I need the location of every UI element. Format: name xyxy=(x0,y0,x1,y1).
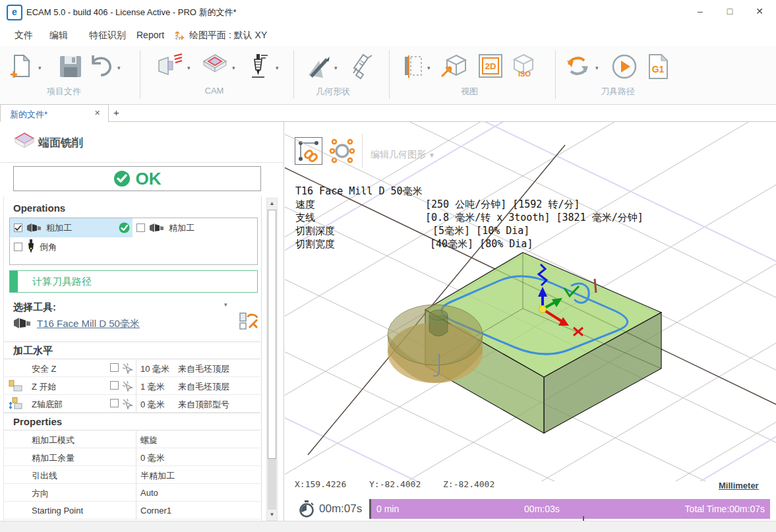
save-button[interactable] xyxy=(58,53,87,86)
scrollbar-track[interactable] xyxy=(268,459,276,510)
property-row[interactable]: 粗加工模式 螺旋 xyxy=(3,430,260,448)
panel-scrollbar[interactable]: ▲ ▼ xyxy=(266,198,278,521)
regenerate-toolpath-button[interactable] xyxy=(564,53,593,86)
overlay-value: [40毫米] [80% Dia] xyxy=(430,238,533,251)
operation-label: 倒角 xyxy=(40,241,57,253)
property-row[interactable]: Starting Point Corner1 xyxy=(3,502,260,519)
simulation-progress-bar[interactable]: 0 min 00m:03s Total Time:00m:07s xyxy=(369,499,770,519)
operation-title: 端面铣削 xyxy=(38,135,83,150)
new-tab-button[interactable]: + xyxy=(113,107,119,118)
z-start-checkbox[interactable] xyxy=(110,381,119,390)
column-divider xyxy=(136,359,136,377)
simulate-play-button[interactable] xyxy=(611,53,640,86)
safe-z-checkbox[interactable] xyxy=(110,363,119,372)
progress-start: 0 min xyxy=(376,504,399,514)
new-file-dropdown[interactable]: ▾ xyxy=(38,65,42,71)
regenerate-dropdown[interactable]: ▾ xyxy=(595,65,599,71)
operation-roughing[interactable]: 粗加工 xyxy=(10,218,133,237)
tap-tool-dropdown[interactable]: ▾ xyxy=(276,65,279,71)
maximize-button[interactable]: □ xyxy=(715,0,745,22)
property-value[interactable]: 0 毫米 xyxy=(140,452,165,464)
mill-head-button[interactable] xyxy=(157,53,186,86)
units-link[interactable]: Millimeter xyxy=(719,481,759,490)
level-value[interactable]: 1 毫米 xyxy=(140,381,165,393)
menu-report[interactable]: Report xyxy=(136,30,164,40)
z-bottom-checkbox[interactable] xyxy=(110,399,119,407)
ok-button[interactable]: OK xyxy=(13,166,261,191)
pick-from-view-icon[interactable] xyxy=(122,363,133,374)
overlay-label: 切割深度 xyxy=(295,225,335,237)
level-row-safe-z: 安全 Z 10 毫米 来自毛坯顶层 xyxy=(3,359,260,377)
section-view-dropdown[interactable]: ▾ xyxy=(427,65,431,71)
level-source: 来自毛坯顶层 xyxy=(178,381,229,393)
viewport-3d[interactable] xyxy=(285,122,776,481)
pick-from-view-icon[interactable] xyxy=(122,398,133,409)
operation-panel: 端面铣削 OK Operations 粗加工 精加工 倒角 xyxy=(0,122,284,521)
property-row[interactable]: 精加工余量 0 毫米 xyxy=(3,448,260,466)
tool-selector-link[interactable]: T16 Face Mill D 50毫米 xyxy=(37,318,140,330)
undo-button[interactable] xyxy=(88,53,117,86)
z-bottom-icon xyxy=(9,397,23,410)
overlay-value: [250 公吨/分钟] [1592 转/分] xyxy=(425,198,580,211)
property-label: 精加工余量 xyxy=(32,452,75,464)
zoom-fit-button[interactable] xyxy=(440,53,469,86)
face-mill-dropdown[interactable]: ▾ xyxy=(232,65,235,71)
drawing-plane-label[interactable]: 绘图平面 : 默认 XY xyxy=(189,30,267,42)
face-mill-button[interactable] xyxy=(201,53,230,86)
tab-new-file[interactable]: 新的文件* ✕ xyxy=(0,104,109,122)
finishing-checkbox[interactable] xyxy=(136,223,145,232)
2d-view-button[interactable]: 2D xyxy=(477,53,506,86)
overlay-row: 支线 [0.8 毫米/转 x 3tooth] [3821 毫米/分钟] xyxy=(295,212,315,224)
overlay-label: 速度 xyxy=(295,198,315,210)
new-file-button[interactable] xyxy=(9,53,38,86)
menu-edit[interactable]: 编辑 xyxy=(49,30,68,42)
scroll-up-arrow[interactable]: ▲ xyxy=(267,198,277,209)
tap-tool-button[interactable] xyxy=(245,53,274,86)
mill-tool-icon xyxy=(13,317,32,329)
app-logo-icon: e xyxy=(7,5,22,20)
calculate-toolpath-button[interactable]: 计算刀具路径 xyxy=(9,270,258,293)
property-row[interactable]: 方向 Auto xyxy=(3,484,260,502)
column-divider xyxy=(136,395,136,413)
menu-file[interactable]: 文件 xyxy=(15,30,33,42)
draw-geometry-dropdown[interactable]: ▾ xyxy=(334,65,338,71)
tab-close-icon[interactable]: ✕ xyxy=(94,109,100,117)
tab-label[interactable]: 新的文件* xyxy=(10,109,47,121)
undo-dropdown[interactable]: ▾ xyxy=(117,65,121,71)
section-view-button[interactable] xyxy=(400,53,429,86)
ok-label: OK xyxy=(136,169,162,189)
scrollbar-thumb[interactable] xyxy=(268,210,276,459)
gcode-g1-button[interactable]: G1 xyxy=(646,53,675,86)
chamfer-checkbox[interactable] xyxy=(14,243,22,251)
overlay-row: 切割宽度 [40毫米] [80% Dia] xyxy=(295,238,335,251)
measure-caliper-button[interactable] xyxy=(347,53,376,86)
tool-library-icon[interactable] xyxy=(239,312,260,333)
tool-cylinder[interactable] xyxy=(388,305,483,383)
iso-view-button[interactable]: ISO xyxy=(509,53,538,86)
panel-splitter[interactable] xyxy=(284,122,284,521)
minimize-button[interactable]: – xyxy=(685,0,715,22)
level-row-z-bottom: Z轴底部 0 毫米 来自顶部型号 xyxy=(3,395,260,413)
pick-from-view-icon[interactable] xyxy=(122,380,133,392)
overlay-label: 支线 xyxy=(295,212,315,223)
property-value[interactable]: 半精加工 xyxy=(140,470,175,482)
operations-box: 粗加工 精加工 倒角 xyxy=(9,218,258,265)
2d-label: 2D xyxy=(485,61,496,71)
operation-chamfer[interactable]: 倒角 xyxy=(10,237,257,256)
scroll-down-arrow[interactable]: ▼ xyxy=(267,510,277,520)
operation-finishing[interactable]: 精加工 xyxy=(133,218,257,237)
mill-head-dropdown[interactable]: ▾ xyxy=(187,65,191,71)
property-value[interactable]: Corner1 xyxy=(140,506,171,516)
menu-feature-recognition[interactable]: 特征识别 xyxy=(89,30,126,42)
roughing-checkbox[interactable] xyxy=(14,223,22,232)
property-value[interactable]: Auto xyxy=(140,488,158,498)
tool-dropdown[interactable]: ▾ xyxy=(224,301,227,308)
property-row[interactable]: 引出线 半精加工 xyxy=(3,466,260,484)
close-button[interactable]: ✕ xyxy=(744,0,775,22)
property-value[interactable]: 螺旋 xyxy=(140,434,158,446)
overlay-tool-name: T16 Face Mill D 50毫米 xyxy=(295,185,423,198)
draw-geometry-button[interactable] xyxy=(305,53,334,86)
level-value[interactable]: 0 毫米 xyxy=(140,399,165,411)
level-value[interactable]: 10 毫米 xyxy=(140,363,169,375)
column-divider xyxy=(136,484,136,502)
